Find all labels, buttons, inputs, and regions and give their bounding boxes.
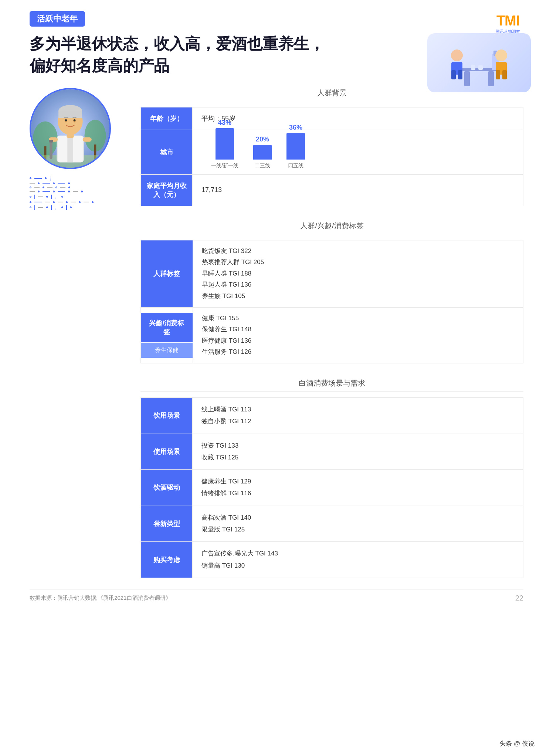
avatar-circle xyxy=(30,88,111,169)
bottom-brand: 头条 @ 侠说 xyxy=(496,738,538,749)
svg-rect-8 xyxy=(458,70,462,79)
interest-tag-2: 医疗健康 TGI 136 xyxy=(202,335,514,347)
age-row: 年龄（岁） 平均：55岁 xyxy=(141,107,523,130)
logo-main: TM xyxy=(496,13,516,28)
logo-accent: I xyxy=(516,13,520,28)
illustration-svg xyxy=(431,35,527,90)
crowd-tag-2: 早睡人群 TGI 188 xyxy=(202,268,514,280)
page-container: 活跃中老年 多为半退休状态，收入高，爱酒也重养生， 偏好知名度高的产品 TMI … xyxy=(0,0,553,756)
bar-pct-2: 36% xyxy=(289,124,302,131)
city-bar-chart: 43% 一线/新一线 20% 二三线 36% xyxy=(200,132,516,169)
svg-rect-35 xyxy=(49,140,53,142)
svg-rect-23 xyxy=(67,136,73,162)
bar-label-2: 四五线 xyxy=(288,163,303,169)
content-area: ╲ xyxy=(30,88,523,578)
interest-tag-3: 生活服务 TGI 126 xyxy=(202,346,514,358)
category-tag: 活跃中老年 xyxy=(30,11,85,27)
interest-tags-sub-label: 养生保健 xyxy=(141,343,193,358)
city-chart-cell: 43% 一线/新一线 20% 二三线 36% xyxy=(193,130,523,174)
svg-rect-7 xyxy=(451,70,456,79)
footer-source: 数据来源：腾讯营销大数据;《腾讯2021白酒消费者调研》 xyxy=(30,595,171,602)
interest-tag-1: 保健养生 TGI 148 xyxy=(202,324,514,335)
interest-tags-label-cell: 兴趣/消费标签 养生保健 xyxy=(141,307,193,363)
city-row: 城市 43% 一线/新一线 20% 二三线 xyxy=(141,130,523,174)
title-line1: 多为半退休状态，收入高，爱酒也重养生， xyxy=(30,33,492,55)
bar-pct-1: 20% xyxy=(256,136,269,143)
age-value: 平均：55岁 xyxy=(193,107,523,130)
bar-label-1: 二三线 xyxy=(255,163,270,169)
scene-label-0: 饮用场景 xyxy=(141,397,193,434)
svg-point-9 xyxy=(495,49,507,61)
city-label: 城市 xyxy=(141,130,193,174)
scene-table: 饮用场景 线上喝酒 TGI 113 独自小酌 TGI 112 使用场景 投资 T… xyxy=(140,397,523,578)
svg-rect-34 xyxy=(50,141,52,158)
right-panel: 人群背景 年龄（岁） 平均：55岁 城市 43% 一线/新一线 xyxy=(140,88,523,578)
main-title: 多为半退休状态，收入高，爱酒也重养生， 偏好知名度高的产品 xyxy=(30,33,492,77)
age-label: 年龄（岁） xyxy=(141,107,193,130)
scene-value-4: 广告宣传多,曝光大 TGI 143 销量高 TGI 130 xyxy=(193,542,523,578)
scene-row-1: 使用场景 投资 TGI 133 收藏 TGI 125 xyxy=(141,434,523,470)
interest-tags-values: 健康 TGI 155 保健养生 TGI 148 医疗健康 TGI 136 生活服… xyxy=(193,307,523,363)
illustration-area xyxy=(427,33,531,100)
crowd-tag-3: 早起人群 TGI 136 xyxy=(202,279,514,291)
bar-group-0: 43% 一线/新一线 xyxy=(211,119,238,169)
svg-rect-2 xyxy=(488,71,494,86)
scene-row-3: 尝新类型 高档次酒 TGI 140 限量版 TGI 125 xyxy=(141,506,523,542)
svg-point-30 xyxy=(65,119,67,122)
dot-pattern: ╲ xyxy=(30,177,126,210)
scene-row-4: 购买考虑 广告宣传多,曝光大 TGI 143 销量高 TGI 130 xyxy=(141,542,523,578)
scene-row-0: 饮用场景 线上喝酒 TGI 113 独自小酌 TGI 112 xyxy=(141,397,523,434)
illustration-bg xyxy=(427,33,531,92)
bar-rect-1 xyxy=(253,145,272,160)
footer-page: 22 xyxy=(515,594,523,602)
section2-header: 人群/兴趣/消费标签 xyxy=(140,221,523,234)
svg-rect-12 xyxy=(502,70,507,79)
crowd-tags-values: 吃货饭友 TGI 322 热衷推荐人群 TGI 205 早睡人群 TGI 188… xyxy=(193,240,523,307)
bar-pct-0: 43% xyxy=(218,119,231,127)
scene-value-0: 线上喝酒 TGI 113 独自小酌 TGI 112 xyxy=(193,397,523,434)
footer: 数据来源：腾讯营销大数据;《腾讯2021白酒消费者调研》 22 xyxy=(30,589,523,602)
svg-rect-13 xyxy=(471,65,475,70)
bar-rect-2 xyxy=(286,133,305,160)
logo-tmi: TMI xyxy=(496,13,519,29)
bar-label-0: 一线/新一线 xyxy=(211,163,238,169)
scene-row-2: 饮酒驱动 健康养生 TGI 129 情绪排解 TGI 116 xyxy=(141,470,523,506)
interest-tags-main-label: 兴趣/消费标签 xyxy=(141,313,193,343)
svg-rect-14 xyxy=(478,65,483,70)
info-table-background: 年龄（岁） 平均：55岁 城市 43% 一线/新一线 2 xyxy=(140,107,523,206)
income-label: 家庭平均月收入（元） xyxy=(141,174,193,206)
crowd-tag-0: 吃货饭友 TGI 322 xyxy=(202,246,514,257)
crowd-tags-label: 人群标签 xyxy=(141,240,193,307)
income-row: 家庭平均月收入（元） 17,713 xyxy=(141,174,523,206)
bar-group-1: 20% 二三线 xyxy=(253,136,272,169)
svg-rect-33 xyxy=(83,137,92,142)
crowd-tag-1: 热衷推荐人群 TGI 205 xyxy=(202,257,514,268)
crowd-tags-row: 人群标签 吃货饭友 TGI 322 热衷推荐人群 TGI 205 早睡人群 TG… xyxy=(141,240,523,307)
avatar-svg xyxy=(31,88,109,169)
scene-label-2: 饮酒驱动 xyxy=(141,470,193,506)
bar-rect-0 xyxy=(216,128,234,160)
title-line2: 偏好知名度高的产品 xyxy=(30,55,492,77)
svg-rect-1 xyxy=(464,71,470,86)
scene-label-1: 使用场景 xyxy=(141,434,193,470)
header-left: 活跃中老年 多为半退休状态，收入高，爱酒也重养生， 偏好知名度高的产品 xyxy=(30,11,492,77)
crowd-tag-4: 养生族 TGI 105 xyxy=(202,291,514,302)
interest-tag-0: 健康 TGI 155 xyxy=(202,313,514,324)
scene-label-4: 购买考虑 xyxy=(141,542,193,578)
income-value: 17,713 xyxy=(193,174,523,206)
scene-label-3: 尝新类型 xyxy=(141,506,193,542)
scene-value-3: 高档次酒 TGI 140 限量版 TGI 125 xyxy=(193,506,523,542)
svg-rect-11 xyxy=(496,70,500,79)
left-panel: ╲ xyxy=(30,88,126,578)
section3-header: 白酒消费场景与需求 xyxy=(140,378,523,391)
scene-value-2: 健康养生 TGI 129 情绪排解 TGI 116 xyxy=(193,470,523,506)
svg-point-5 xyxy=(451,49,463,61)
svg-point-31 xyxy=(74,119,76,122)
scene-value-1: 投资 TGI 133 收藏 TGI 125 xyxy=(193,434,523,470)
interest-tags-row: 兴趣/消费标签 养生保健 健康 TGI 155 保健养生 TGI 148 医疗健… xyxy=(141,307,523,363)
svg-rect-27 xyxy=(58,110,82,117)
bar-group-2: 36% 四五线 xyxy=(286,124,305,169)
tags-table: 人群标签 吃货饭友 TGI 322 热衷推荐人群 TGI 205 早睡人群 TG… xyxy=(140,240,523,363)
